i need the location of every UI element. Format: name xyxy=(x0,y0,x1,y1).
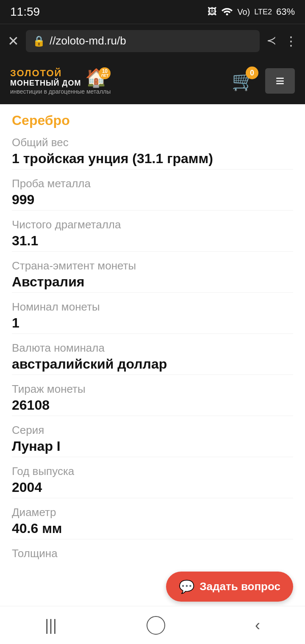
field-proba: Проба металла 999 xyxy=(12,177,293,208)
label-obshiy-ves: Общий вес xyxy=(12,136,293,149)
svg-point-0 xyxy=(226,14,228,16)
browser-menu-button[interactable]: ⋮ xyxy=(285,33,297,48)
browser-bar: ✕ 🔒 //zoloto-md.ru/b ≺ ⋮ xyxy=(0,24,305,58)
field-seriya: Серия Лунар I xyxy=(12,424,293,454)
field-valyuta: Валюта номинала австралийский доллар xyxy=(12,341,293,372)
bottom-nav: ||| ‹ xyxy=(0,606,305,644)
label-chistogo: Чистого драгметалла xyxy=(12,218,293,231)
battery-icon: 63% xyxy=(276,6,295,17)
wifi-icon xyxy=(221,6,233,18)
back-icon: ‹ xyxy=(255,616,260,634)
logo-area: ЗОЛОТОЙ МОНЕТНЫЙ ДОМ 🏠 10 ЛЕТ инвестиции… xyxy=(10,67,111,95)
value-seriya: Лунар I xyxy=(12,439,293,454)
label-seriya: Серия xyxy=(12,424,293,437)
lock-icon: 🔒 xyxy=(33,35,45,47)
ask-question-button[interactable]: 💬 Задать вопрос xyxy=(166,572,293,602)
logo-line1: ЗОЛОТОЙ xyxy=(10,68,81,79)
status-icons: 🖼 Vo) LTE2 63% xyxy=(208,6,295,18)
close-tab-button[interactable]: ✕ xyxy=(8,33,19,49)
menu-lines-icon: ≡ xyxy=(275,72,284,90)
cart-area[interactable]: 🛒 0 xyxy=(232,70,255,92)
header-right: 🛒 0 ≡ xyxy=(232,68,295,94)
field-strana: Страна-эмитент монеты Австралия xyxy=(12,259,293,290)
value-nominal: 1 xyxy=(12,315,293,331)
url-text: //zoloto-md.ru/b xyxy=(50,34,126,47)
chat-icon: 💬 xyxy=(179,579,194,594)
value-god: 2004 xyxy=(12,480,293,495)
field-nominal: Номинал монеты 1 xyxy=(12,300,293,331)
field-god: Год выпуска 2004 xyxy=(12,465,293,495)
label-tirazh: Тираж монеты xyxy=(12,383,293,396)
field-diametr: Диаметр 40.6 мм xyxy=(12,506,293,536)
label-god: Год выпуска xyxy=(12,465,293,478)
notification-icon: 🖼 xyxy=(208,6,217,17)
value-diametr: 40.6 мм xyxy=(12,521,293,536)
value-chistogo: 31.1 xyxy=(12,233,293,249)
label-valyuta: Валюта номинала xyxy=(12,341,293,355)
value-valyuta: австралийский доллар xyxy=(12,356,293,372)
value-strana: Австралия xyxy=(12,274,293,290)
cart-badge: 0 xyxy=(246,67,258,79)
label-strana: Страна-эмитент монеты xyxy=(12,259,293,272)
status-bar: 11:59 🖼 Vo) LTE2 63% xyxy=(0,0,305,24)
signal-icon: Vo) xyxy=(237,7,250,17)
field-tolshina: Толщина xyxy=(12,547,293,560)
logo-line2: МОНЕТНЫЙ ДОМ xyxy=(10,79,81,88)
ask-button-label: Задать вопрос xyxy=(200,580,280,593)
value-proba: 999 xyxy=(12,192,293,208)
logo-subtitle: инвестиции в драгоценные металлы xyxy=(10,88,111,95)
logo-badge-years: ЛЕТ xyxy=(101,74,108,78)
main-content: Серебро Общий вес 1 тройская унция (31.1… xyxy=(0,104,305,644)
label-tolshina: Толщина xyxy=(12,547,293,560)
browser-actions: ≺ ⋮ xyxy=(266,33,297,48)
field-chistogo: Чистого драгметалла 31.1 xyxy=(12,218,293,249)
value-tirazh: 26108 xyxy=(12,397,293,413)
value-obshiy-ves: 1 тройская унция (31.1 грамм) xyxy=(12,151,293,167)
label-diametr: Диаметр xyxy=(12,506,293,519)
url-bar[interactable]: 🔒 //zoloto-md.ru/b xyxy=(26,30,260,52)
home-icon xyxy=(147,616,165,635)
lte-icon: LTE2 xyxy=(254,8,272,17)
site-header: ЗОЛОТОЙ МОНЕТНЫЙ ДОМ 🏠 10 ЛЕТ инвестиции… xyxy=(0,58,305,104)
share-button[interactable]: ≺ xyxy=(266,33,276,48)
nav-back-button[interactable]: ‹ xyxy=(255,616,260,634)
status-time: 11:59 xyxy=(10,5,40,19)
field-obshiy-ves: Общий вес 1 тройская унция (31.1 грамм) xyxy=(12,136,293,167)
nav-home-button[interactable] xyxy=(147,616,165,635)
label-proba: Проба металла xyxy=(12,177,293,190)
menu-button[interactable]: ≡ xyxy=(265,68,295,94)
field-tirazh: Тираж монеты 26108 xyxy=(12,383,293,413)
recent-icon: ||| xyxy=(45,616,57,634)
label-nominal: Номинал монеты xyxy=(12,300,293,314)
nav-recent-button[interactable]: ||| xyxy=(45,616,57,634)
metal-type: Серебро xyxy=(12,113,293,128)
